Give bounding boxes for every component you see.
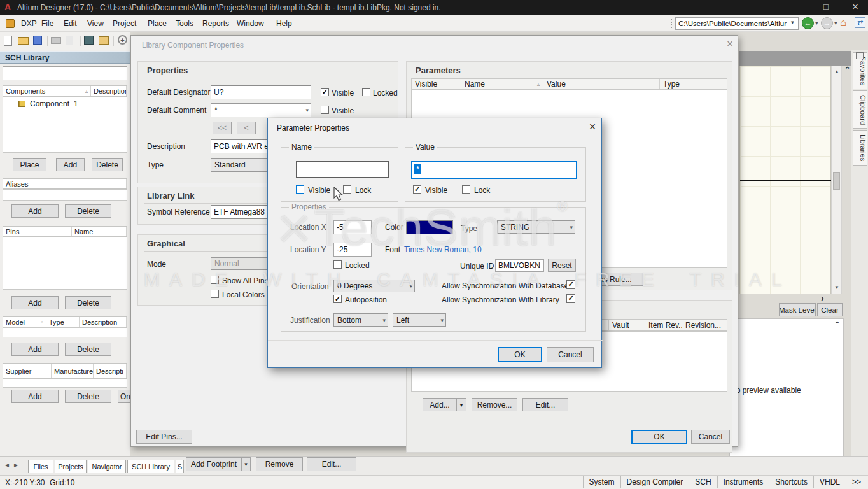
sync-database-checkbox[interactable]: ✓ [566, 280, 575, 289]
color-swatch[interactable] [406, 220, 453, 234]
home-icon[interactable]: ⌂ [840, 17, 846, 29]
parameters-table-header[interactable]: Visible Name▵ Value Type [411, 78, 727, 90]
panels-icon[interactable] [99, 36, 109, 45]
model-header[interactable]: Model▵ Type Description [3, 316, 127, 327]
delete-pin-button[interactable]: Delete [65, 296, 111, 309]
pp-ok-button[interactable]: OK [498, 347, 542, 362]
scroll-up-icon[interactable]: ▲ [834, 69, 839, 74]
add-alias-button[interactable]: Add [11, 204, 59, 218]
menu-dxp[interactable]: DXP [21, 19, 37, 28]
lcp-cancel-button[interactable]: Cancel [691, 430, 730, 444]
remove-model-dialog-button[interactable]: Remove... [472, 398, 517, 411]
show-all-pins-checkbox[interactable] [211, 276, 219, 284]
close-button[interactable]: × [843, 0, 868, 15]
param-locked-checkbox[interactable] [333, 260, 342, 269]
menu-view[interactable]: View [87, 19, 104, 28]
order-button[interactable]: Ord [118, 390, 132, 403]
components-column[interactable]: Components [6, 87, 45, 95]
local-colors-checkbox[interactable] [211, 290, 219, 298]
pins-list[interactable] [3, 237, 127, 290]
forward-icon[interactable]: → [821, 17, 833, 29]
menu-edit[interactable]: Edit [64, 19, 77, 28]
schematic-canvas[interactable] [739, 66, 831, 294]
side-tab-clipboard[interactable]: Clipboard [853, 90, 867, 129]
menu-help[interactable]: Help [276, 19, 292, 28]
save-icon[interactable] [33, 36, 42, 45]
value-lock-checkbox[interactable] [462, 185, 470, 194]
pp-cancel-button[interactable]: Cancel [547, 347, 594, 362]
menu-reports[interactable]: Reports [202, 19, 229, 28]
add-pin-button[interactable]: Add [11, 296, 59, 309]
justification-v-combo[interactable]: Bottom▾ [333, 313, 388, 327]
add-footprint-button[interactable]: Add Footprint [186, 457, 242, 471]
delete-alias-button[interactable]: Delete [65, 204, 111, 218]
pins-header[interactable]: Pins Name [3, 226, 127, 237]
panel-shortcuts[interactable]: Shortcuts [769, 476, 813, 488]
delete-model-button[interactable]: Delete [65, 343, 111, 356]
zoom-in-icon[interactable]: + [118, 35, 127, 45]
back-dropdown-icon[interactable]: ▾ [815, 20, 818, 26]
reset-button[interactable]: Reset [548, 259, 576, 272]
designator-visible-checkbox[interactable]: ✓ [321, 88, 329, 96]
new-document-icon[interactable] [4, 36, 12, 46]
clear-button[interactable]: Clear [817, 303, 843, 316]
menu-tools[interactable]: Tools [176, 19, 193, 28]
edit-pins-button[interactable]: Edit Pins... [136, 430, 192, 444]
panel-more[interactable]: >> [846, 476, 867, 488]
menu-file[interactable]: File [41, 19, 53, 28]
close-icon[interactable]: × [723, 38, 737, 50]
scroll-down-icon[interactable]: ▼ [834, 285, 839, 290]
supplier-header[interactable]: Supplier Manufacture Descripti [3, 363, 127, 379]
refresh-icon[interactable]: ⇄ [855, 17, 865, 28]
location-y-input[interactable] [333, 243, 372, 257]
canvas-scrollbar[interactable]: ▲ ▼ [831, 66, 842, 294]
tab-sch-library[interactable]: SCH Library [127, 460, 174, 473]
default-comment-combo[interactable]: *▾ [211, 103, 311, 117]
font-link[interactable]: Times New Roman, 10 [404, 245, 482, 254]
delete-component-button[interactable]: Delete [92, 158, 123, 171]
panel-sch[interactable]: SCH [689, 476, 717, 488]
aliases-list[interactable] [3, 189, 127, 201]
maximize-button[interactable]: □ [812, 0, 840, 15]
comment-visible-checkbox[interactable] [321, 106, 329, 114]
components-header[interactable]: Components▵ Description [3, 85, 127, 97]
add-footprint-split-button[interactable]: ▾ [241, 457, 251, 471]
edit-footprint-button[interactable]: Edit... [307, 457, 356, 471]
description-column[interactable]: Description [94, 87, 127, 95]
component-item[interactable]: Component_1 [30, 99, 78, 108]
panel-chevron-up-icon[interactable]: ⌃ [844, 66, 850, 74]
autoposition-checkbox[interactable]: ✓ [333, 295, 342, 303]
add-component-button[interactable]: Add [56, 158, 85, 171]
name-visible-checkbox[interactable] [296, 185, 304, 194]
close-icon[interactable]: × [585, 121, 600, 134]
scroll-thumb[interactable] [833, 172, 840, 190]
menu-project[interactable]: Project [113, 19, 136, 28]
panel-design-compiler[interactable]: Design Compiler [620, 476, 689, 488]
supplier-list[interactable] [3, 379, 127, 388]
add-model-dialog-button[interactable]: Add... [423, 398, 457, 411]
param-value-input[interactable]: * [411, 161, 577, 179]
panel-vhdl[interactable]: VHDL [813, 476, 846, 488]
tab-sch-partial[interactable]: S [176, 460, 184, 473]
tab-projects[interactable]: Projects [55, 460, 87, 473]
minimize-button[interactable]: – [781, 0, 809, 15]
location-x-input[interactable] [333, 220, 372, 234]
menu-window[interactable]: Window [237, 19, 264, 28]
add-model-button[interactable]: Add [11, 343, 59, 356]
tab-scroll-right-icon[interactable]: ▸ [14, 460, 18, 469]
part-prev-button[interactable]: < [237, 122, 256, 134]
component-filter-input[interactable] [3, 66, 127, 80]
open-file-icon[interactable] [18, 37, 29, 45]
add-model-split-button[interactable]: ▾ [456, 398, 466, 411]
sync-library-checkbox[interactable]: ✓ [566, 294, 575, 303]
designator-locked-checkbox[interactable] [362, 88, 370, 96]
edit-model-dialog-button[interactable]: Edit... [522, 398, 568, 411]
components-list[interactable]: Component_1 [3, 97, 127, 153]
tab-files[interactable]: Files [28, 460, 53, 473]
lcp-ok-button[interactable]: OK [631, 430, 687, 444]
panel-system[interactable]: System [583, 476, 620, 488]
address-input[interactable]: C:\Users\Public\Documents\Altiur [675, 17, 799, 30]
add-supplier-button[interactable]: Add [11, 390, 59, 403]
expand-chevron-icon[interactable]: › [821, 293, 824, 303]
param-name-input[interactable] [296, 161, 389, 178]
